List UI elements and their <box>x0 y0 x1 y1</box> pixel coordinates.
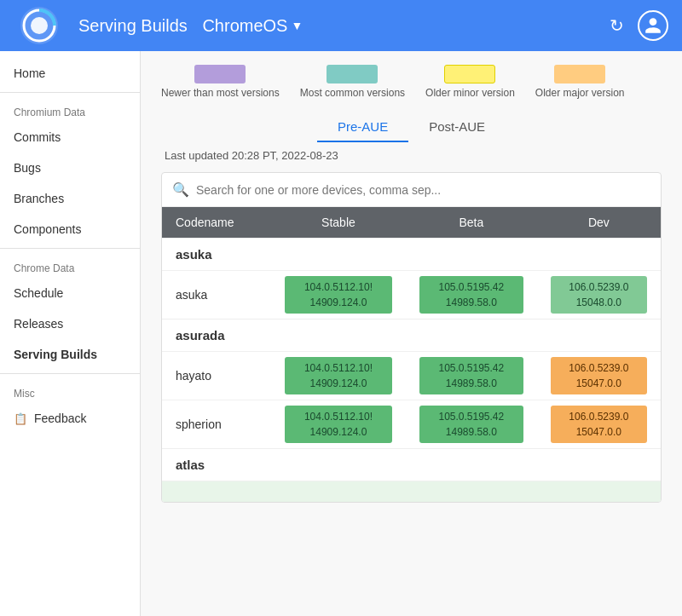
beta-line1: 105.0.5195.42 <box>438 279 504 295</box>
cell-stable-content: 104.0.5112.10! 14909.124.0 <box>285 276 392 314</box>
sidebar-item-branches[interactable]: Branches <box>0 183 140 214</box>
cell-codename: hayato <box>162 352 271 400</box>
tabs: Pre-AUE Post-AUE <box>161 112 662 142</box>
user-avatar[interactable] <box>638 10 668 41</box>
cell-dev: 106.0.5239.0 15048.0.0 <box>537 271 661 320</box>
table-header-row: Codename Stable Beta Dev <box>162 207 661 239</box>
header-separator <box>194 16 199 36</box>
chromium-data-section: Chromium Data <box>0 96 140 122</box>
sidebar-item-bugs[interactable]: Bugs <box>0 153 140 183</box>
sidebar-item-schedule[interactable]: Schedule <box>0 278 140 308</box>
commits-label: Commits <box>14 130 61 144</box>
table-row: hayato 104.0.5112.10! 14909.124.0 105.0.… <box>162 352 661 400</box>
beta-line1: 105.0.5195.42 <box>438 409 504 424</box>
dev-line2: 15047.0.0 <box>576 376 621 391</box>
table-wrapper: Codename Stable Beta Dev asuka asuka <box>162 207 661 502</box>
legend-label-older-minor: Older minor version <box>425 87 515 99</box>
beta-line2: 14989.58.0 <box>446 376 497 391</box>
layout: Home Chromium Data Commits Bugs Branches… <box>0 51 682 616</box>
legend-swatch-older-minor <box>444 65 495 83</box>
sidebar-item-serving-builds[interactable]: Serving Builds <box>0 339 140 370</box>
cell-dev: 106.0.5239.0 15047.0.0 <box>537 400 661 449</box>
cell-codename: spherion <box>162 400 271 449</box>
dev-line1: 106.0.5239.0 <box>569 360 628 376</box>
data-table: Codename Stable Beta Dev asuka asuka <box>162 207 661 502</box>
cell-dev-content: 106.0.5239.0 15047.0.0 <box>551 406 647 443</box>
stable-line2: 14909.124.0 <box>310 376 367 391</box>
sidebar-divider-3 <box>0 373 140 374</box>
sidebar-item-home[interactable]: Home <box>0 58 140 89</box>
stable-line2: 14909.124.0 <box>310 424 367 440</box>
col-stable: Stable <box>271 207 406 239</box>
main-content: Newer than most versions Most common ver… <box>141 51 682 616</box>
refresh-button[interactable]: ↻ <box>610 15 624 36</box>
app-logo <box>14 4 65 47</box>
sidebar-item-releases[interactable]: Releases <box>0 308 140 339</box>
cell-beta-content: 105.0.5195.42 14989.58.0 <box>419 276 523 314</box>
sidebar: Home Chromium Data Commits Bugs Branches… <box>0 51 141 616</box>
cell-stable: 104.0.5112.10! 14909.124.0 <box>271 352 406 400</box>
legend-item-newer: Newer than most versions <box>161 65 280 99</box>
sidebar-item-components[interactable]: Components <box>0 214 140 245</box>
legend-item-older-major: Older major version <box>535 65 625 99</box>
search-input[interactable] <box>196 183 650 197</box>
stable-line1: 104.0.5112.10! <box>304 279 373 295</box>
col-codename: Codename <box>162 207 271 239</box>
cell-stable: 104.0.5112.10! 14909.124.0 <box>271 400 406 449</box>
group-name-atlas: atlas <box>162 449 661 481</box>
sidebar-item-commits[interactable]: Commits <box>0 122 140 153</box>
cell-stable-content: 104.0.5112.10! 14909.124.0 <box>285 357 392 394</box>
header: Serving Builds ChromeOS ▼ ↻ <box>0 0 682 51</box>
group-header-asurada: asurada <box>162 320 661 352</box>
cell-dev: 106.0.5239.0 15047.0.0 <box>537 352 661 400</box>
product-dropdown-icon[interactable]: ▼ <box>291 19 303 32</box>
stable-line1: 104.0.5112.10! <box>304 360 373 376</box>
cell-beta: 105.0.5195.42 14989.58.0 <box>406 271 537 320</box>
legend: Newer than most versions Most common ver… <box>161 65 662 99</box>
cell-beta-content: 105.0.5195.42 14989.58.0 <box>419 357 523 394</box>
branches-label: Branches <box>14 192 64 205</box>
legend-swatch-newer <box>194 65 246 83</box>
table-container: 🔍 Codename Stable Beta Dev <box>161 172 662 503</box>
beta-line2: 14989.58.0 <box>446 295 497 310</box>
cell-beta: 105.0.5195.42 14989.58.0 <box>406 400 537 449</box>
serving-builds-label: Serving Builds <box>14 348 97 361</box>
legend-label-newer: Newer than most versions <box>161 87 280 99</box>
search-bar: 🔍 <box>162 173 661 207</box>
group-header-atlas: atlas <box>162 449 661 481</box>
schedule-label: Schedule <box>14 286 63 300</box>
group-header-asuka: asuka <box>162 239 661 271</box>
cell-dev-content: 106.0.5239.0 15047.0.0 <box>551 357 647 394</box>
dev-line1: 106.0.5239.0 <box>569 409 628 424</box>
col-beta: Beta <box>406 207 537 239</box>
tab-pre-aue[interactable]: Pre-AUE <box>317 112 408 142</box>
table-row <box>162 481 661 502</box>
cell-stable-content: 104.0.5112.10! 14909.124.0 <box>285 406 392 443</box>
atlas-placeholder <box>162 481 661 502</box>
group-name-asuka: asuka <box>162 239 661 271</box>
home-label: Home <box>14 66 45 80</box>
components-label: Components <box>14 222 81 236</box>
dev-line2: 15047.0.0 <box>576 424 621 440</box>
table-row: spherion 104.0.5112.10! 14909.124.0 105.… <box>162 400 661 449</box>
legend-label-older-major: Older major version <box>535 87 625 99</box>
legend-item-common: Most common versions <box>300 65 405 99</box>
last-updated: Last updated 20:28 PT, 2022-08-23 <box>161 149 662 162</box>
legend-swatch-older-major <box>554 65 605 83</box>
releases-label: Releases <box>14 317 63 331</box>
col-dev: Dev <box>537 207 661 239</box>
beta-line2: 14989.58.0 <box>446 424 497 440</box>
chrome-data-section: Chrome Data <box>0 252 140 278</box>
legend-swatch-common <box>327 65 378 83</box>
cell-beta: 105.0.5195.42 14989.58.0 <box>406 352 537 400</box>
beta-line1: 105.0.5195.42 <box>438 360 504 376</box>
legend-label-common: Most common versions <box>300 87 405 99</box>
stable-line1: 104.0.5112.10! <box>304 409 373 424</box>
header-product: ChromeOS <box>202 16 287 36</box>
sidebar-item-feedback[interactable]: 📋 Feedback <box>0 403 140 434</box>
cell-dev-content: 106.0.5239.0 15048.0.0 <box>551 276 647 314</box>
svg-point-2 <box>31 17 48 34</box>
group-name-asurada: asurada <box>162 320 661 352</box>
tab-post-aue[interactable]: Post-AUE <box>408 112 506 142</box>
stable-line2: 14909.124.0 <box>310 295 367 310</box>
